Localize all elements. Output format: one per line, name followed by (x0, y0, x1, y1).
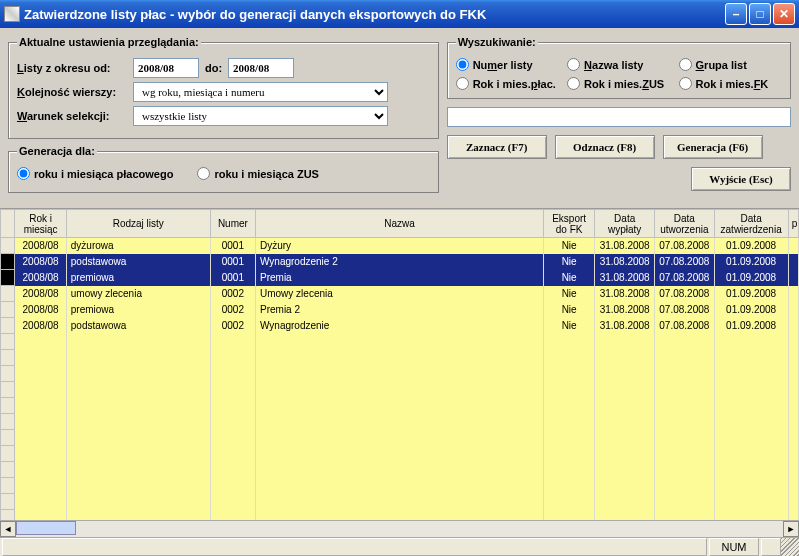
cell-zatw: 01.09.2008 (714, 238, 788, 254)
cell-eksport: Nie (543, 302, 594, 318)
col-numer[interactable]: Numer (210, 210, 255, 238)
col-rok-miesiac[interactable]: Rok i miesiąc (15, 210, 66, 238)
table-row[interactable] (1, 398, 799, 414)
cell-ym: 2008/08 (15, 318, 66, 334)
table-row[interactable] (1, 414, 799, 430)
cell-nazwa: Wynagrodzenie (256, 318, 544, 334)
cell-p (788, 254, 798, 270)
scroll-track[interactable] (16, 521, 783, 537)
zaznacz-button[interactable]: Zaznacz (F7) (447, 135, 547, 159)
cell-zatw: 01.09.2008 (714, 286, 788, 302)
order-select[interactable]: wg roku, miesiąca i numeru (133, 82, 388, 102)
table-row[interactable] (1, 334, 799, 350)
search-label-grupa: Grupa list (696, 59, 747, 71)
col-zatw[interactable]: Data zatwierdzenia (714, 210, 788, 238)
cell-p (788, 238, 798, 254)
generacja-button[interactable]: Generacja (F6) (663, 135, 763, 159)
cell-nazwa: Premia (256, 270, 544, 286)
resize-grip-icon[interactable] (781, 538, 799, 556)
titlebar: Zatwierdzone listy płac - wybór do gener… (0, 0, 799, 28)
gen-radio-plac[interactable] (17, 167, 30, 180)
table-row[interactable] (1, 430, 799, 446)
gen-label-zus: roku i miesiąca ZUS (214, 168, 319, 180)
search-group: Wyszukiwanie: Numer listy Nazwa listy Gr… (447, 36, 791, 99)
selection-select[interactable]: wszystkie listy (133, 106, 388, 126)
cell-numer: 0002 (210, 318, 255, 334)
data-grid[interactable]: Rok i miesiąc Rodzaj listy Numer Nazwa E… (0, 208, 799, 520)
table-row[interactable]: 2008/08premiowa0002Premia 2Nie31.08.2008… (1, 302, 799, 318)
search-label-fk: Rok i mies.FK (696, 78, 769, 90)
order-label: Kolejność wierszy: (17, 86, 127, 98)
scroll-thumb[interactable] (16, 521, 76, 535)
cell-nazwa: Premia 2 (256, 302, 544, 318)
row-marker (1, 254, 15, 270)
cell-eksport: Nie (543, 238, 594, 254)
gen-radio-zus[interactable] (197, 167, 210, 180)
row-marker (1, 286, 15, 302)
period-from-label: Listy z okresu od: (17, 62, 127, 74)
search-label-nazwa: Nazwa listy (584, 59, 643, 71)
period-from-input[interactable] (133, 58, 199, 78)
table-row[interactable]: 2008/08podstawowa0001Wynagrodzenie 2Nie3… (1, 254, 799, 270)
cell-eksport: Nie (543, 286, 594, 302)
search-radio-plac[interactable] (456, 77, 469, 90)
search-radio-numer[interactable] (456, 58, 469, 71)
table-row[interactable]: 2008/08premiowa0001PremiaNie31.08.200807… (1, 270, 799, 286)
cell-utw: 07.08.2008 (654, 302, 714, 318)
scroll-right-icon[interactable]: ► (783, 521, 799, 537)
wyjscie-button[interactable]: Wyjście (Esc) (691, 167, 791, 191)
app-icon (4, 6, 20, 22)
cell-wypl: 31.08.2008 (595, 254, 655, 270)
cell-nazwa: Umowy zlecenia (256, 286, 544, 302)
statusbar: NUM (0, 536, 799, 556)
cell-wypl: 31.08.2008 (595, 318, 655, 334)
close-button[interactable]: ✕ (773, 3, 795, 25)
table-row[interactable] (1, 494, 799, 510)
cell-utw: 07.08.2008 (654, 254, 714, 270)
table-row[interactable]: 2008/08podstawowa0002WynagrodzenieNie31.… (1, 318, 799, 334)
minimize-button[interactable]: – (725, 3, 747, 25)
cell-ym: 2008/08 (15, 286, 66, 302)
table-row[interactable]: 2008/08dyżurowa0001DyżuryNie31.08.200807… (1, 238, 799, 254)
col-nazwa[interactable]: Nazwa (256, 210, 544, 238)
cell-rodzaj: umowy zlecenia (66, 286, 210, 302)
col-eksport[interactable]: Eksport do FK (543, 210, 594, 238)
search-radio-grupa[interactable] (679, 58, 692, 71)
cell-eksport: Nie (543, 254, 594, 270)
table-row[interactable] (1, 510, 799, 521)
maximize-button[interactable]: □ (749, 3, 771, 25)
search-radio-nazwa[interactable] (567, 58, 580, 71)
table-row[interactable] (1, 462, 799, 478)
generation-legend: Generacja dla: (17, 145, 97, 157)
search-radio-fk[interactable] (679, 77, 692, 90)
cell-p (788, 302, 798, 318)
cell-p (788, 318, 798, 334)
table-row[interactable] (1, 478, 799, 494)
cell-ym: 2008/08 (15, 238, 66, 254)
col-marker (1, 210, 15, 238)
search-radio-zus[interactable] (567, 77, 580, 90)
selection-label: Warunek selekcji: (17, 110, 127, 122)
cell-rodzaj: premiowa (66, 302, 210, 318)
period-to-input[interactable] (228, 58, 294, 78)
table-row[interactable] (1, 446, 799, 462)
table-row[interactable] (1, 366, 799, 382)
cell-ym: 2008/08 (15, 254, 66, 270)
cell-p (788, 270, 798, 286)
horizontal-scrollbar[interactable]: ◄ ► (0, 520, 799, 536)
col-p[interactable]: p (788, 210, 798, 238)
cell-eksport: Nie (543, 270, 594, 286)
cell-eksport: Nie (543, 318, 594, 334)
col-wyplaty[interactable]: Data wypłaty (595, 210, 655, 238)
table-row[interactable]: 2008/08umowy zlecenia0002Umowy zleceniaN… (1, 286, 799, 302)
cell-wypl: 31.08.2008 (595, 286, 655, 302)
table-row[interactable] (1, 350, 799, 366)
search-input[interactable] (447, 107, 791, 127)
row-marker (1, 318, 15, 334)
scroll-left-icon[interactable]: ◄ (0, 521, 16, 537)
table-row[interactable] (1, 382, 799, 398)
odznacz-button[interactable]: Odznacz (F8) (555, 135, 655, 159)
col-rodzaj[interactable]: Rodzaj listy (66, 210, 210, 238)
grid-header-row: Rok i miesiąc Rodzaj listy Numer Nazwa E… (1, 210, 799, 238)
col-utworzenia[interactable]: Data utworzenia (654, 210, 714, 238)
